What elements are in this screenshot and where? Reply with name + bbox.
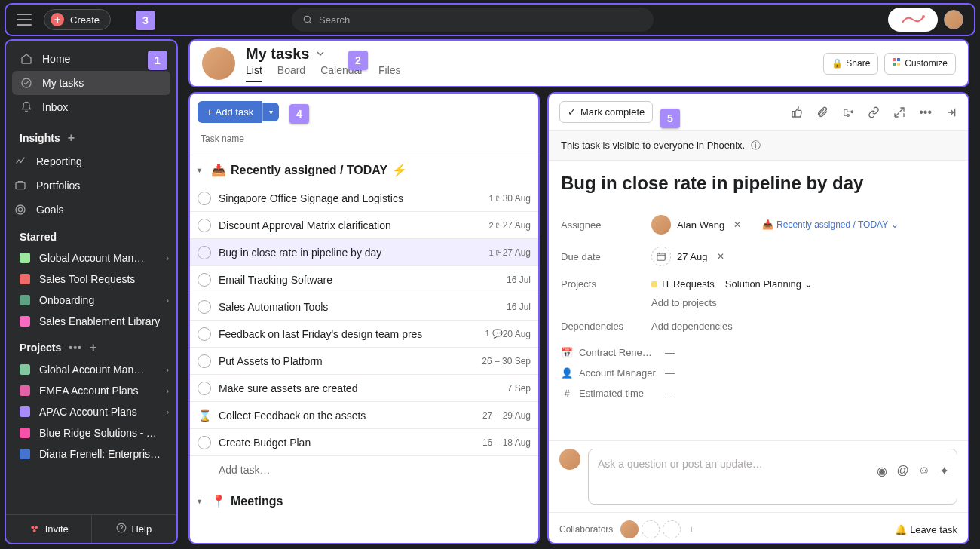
- nav-reporting[interactable]: Reporting: [6, 149, 176, 173]
- collapse-icon[interactable]: ▾: [198, 166, 207, 174]
- add-collaborator-plus[interactable]: +: [688, 524, 694, 535]
- svg-point-15: [847, 114, 850, 116]
- complete-checkbox[interactable]: [198, 436, 211, 449]
- due-date-chip[interactable]: 27 Aug: [651, 247, 708, 266]
- expand-icon[interactable]: [893, 106, 905, 119]
- complete-checkbox[interactable]: [198, 273, 211, 287]
- collaborator-avatar[interactable]: [620, 520, 639, 538]
- plus-icon[interactable]: +: [68, 131, 75, 145]
- sidebar-project-item[interactable]: Diana Frenell: Enterprise…: [6, 443, 176, 465]
- add-collaborator[interactable]: [642, 520, 660, 538]
- more-icon[interactable]: •••: [919, 106, 932, 119]
- customize-button[interactable]: Customize: [884, 53, 956, 75]
- mark-complete-button[interactable]: ✓Mark complete: [559, 101, 653, 123]
- task-row[interactable]: ⌛Collect Feedback on the assets27 – 29 A…: [190, 402, 538, 429]
- sidebar-project-item[interactable]: APAC Account Plans›: [6, 401, 176, 422]
- add-task-dropdown[interactable]: ▾: [262, 103, 279, 121]
- task-row[interactable]: Singapore Office Signage and Logistics13…: [190, 185, 538, 212]
- task-row[interactable]: Email Tracking Software16 Jul: [190, 266, 538, 293]
- svg-point-7: [35, 526, 38, 529]
- close-panel-icon[interactable]: [945, 106, 957, 119]
- subtask-icon[interactable]: [842, 106, 854, 119]
- sidebar-project-item[interactable]: Onboarding›: [6, 290, 176, 311]
- task-row[interactable]: Discount Approval Matrix clarification22…: [190, 212, 538, 239]
- create-button[interactable]: + Create: [44, 9, 111, 30]
- mention-icon[interactable]: @: [896, 464, 908, 478]
- tab-files[interactable]: Files: [378, 64, 401, 82]
- nav-home[interactable]: Home: [12, 47, 170, 71]
- nav-inbox[interactable]: Inbox: [12, 95, 170, 119]
- record-icon[interactable]: ◉: [877, 464, 887, 478]
- tab-board[interactable]: Board: [277, 64, 305, 82]
- svg-rect-16: [657, 253, 666, 260]
- page-title[interactable]: My tasks: [246, 45, 401, 63]
- task-title[interactable]: Bug in close rate in pipeline by day: [561, 173, 956, 194]
- custom-field-row[interactable]: #Estimated time—: [561, 383, 956, 403]
- task-section-header[interactable]: ▾📍Meetings: [190, 483, 538, 516]
- nav-goals[interactable]: Goals: [6, 198, 176, 222]
- user-avatar[interactable]: [944, 10, 963, 29]
- task-row[interactable]: Make sure assets are created7 Sep: [190, 375, 538, 402]
- sidebar-project-item[interactable]: Blue Ridge Solutions - A…: [6, 422, 176, 443]
- upgrade-pill[interactable]: [888, 8, 938, 32]
- header-avatar[interactable]: [202, 47, 235, 80]
- complete-checkbox[interactable]: [198, 192, 211, 205]
- projects-header[interactable]: Projects ••• +: [6, 332, 176, 359]
- nav-portfolios[interactable]: Portfolios: [6, 173, 176, 198]
- custom-field-row[interactable]: 👤Account Manager—: [561, 363, 956, 383]
- add-to-projects-button[interactable]: Add to projects: [651, 297, 717, 308]
- link-icon[interactable]: [868, 106, 880, 119]
- complete-checkbox[interactable]: [198, 219, 211, 232]
- task-row[interactable]: Sales Automation Tools16 Jul: [190, 293, 538, 321]
- sidebar-project-item[interactable]: Sales Enablement Library: [6, 311, 176, 332]
- sidebar-project-item[interactable]: EMEA Account Plans›: [6, 380, 176, 401]
- insights-header[interactable]: Insights +: [6, 122, 176, 149]
- emoji-icon[interactable]: ☺: [918, 464, 930, 478]
- add-task-button[interactable]: +Add task: [198, 101, 262, 123]
- add-task-inline[interactable]: Add task…: [190, 456, 538, 483]
- project-color-icon: [20, 428, 30, 438]
- more-icon[interactable]: •••: [69, 342, 82, 354]
- nav-my-tasks[interactable]: My tasks: [12, 71, 170, 95]
- search-input[interactable]: Search: [292, 8, 654, 32]
- sidebar-project-item[interactable]: Global Account Man…›: [6, 359, 176, 380]
- share-button[interactable]: 🔒Share: [823, 53, 878, 75]
- sidebar-project-item[interactable]: Sales Tool Requests: [6, 268, 176, 290]
- complete-checkbox[interactable]: [198, 327, 211, 341]
- svg-point-4: [16, 205, 25, 214]
- task-row[interactable]: Feedback on last Friday's design team pr…: [190, 321, 538, 348]
- project-tag[interactable]: Solution Planning⌄: [725, 278, 813, 290]
- collapse-icon[interactable]: ▾: [198, 497, 207, 505]
- complete-checkbox[interactable]: [198, 300, 211, 314]
- menu-icon[interactable]: [17, 14, 32, 26]
- complete-checkbox[interactable]: [198, 382, 211, 395]
- leave-task-button[interactable]: 🔔Leave task: [895, 524, 957, 535]
- invite-button[interactable]: Invite: [6, 515, 92, 543]
- task-row[interactable]: Put Assets to Platform26 – 30 Sep: [190, 348, 538, 375]
- complete-checkbox[interactable]: [198, 354, 211, 368]
- task-row[interactable]: Create Budget Plan16 – 18 Aug: [190, 429, 538, 456]
- tab-list[interactable]: List: [246, 64, 262, 82]
- info-icon[interactable]: ⓘ: [751, 140, 761, 151]
- assignee-chip[interactable]: Alan Wang: [651, 215, 724, 235]
- starred-header[interactable]: Starred: [6, 222, 176, 247]
- check-icon: [20, 76, 33, 90]
- project-tag[interactable]: IT Requests: [651, 278, 715, 290]
- complete-checkbox[interactable]: [198, 246, 211, 259]
- custom-field-row[interactable]: 📅Contract Renew…—: [561, 342, 956, 363]
- like-icon[interactable]: [791, 106, 803, 119]
- clear-assignee-icon[interactable]: ✕: [730, 218, 744, 232]
- section-picker[interactable]: 📥Recently assigned / TODAY⌄: [762, 219, 899, 230]
- project-color-icon: [20, 449, 30, 459]
- attachment-icon[interactable]: [816, 106, 828, 119]
- sidebar-project-item[interactable]: Global Account Man…›: [6, 247, 176, 268]
- clear-date-icon[interactable]: ✕: [714, 250, 727, 263]
- plus-icon[interactable]: +: [90, 341, 96, 354]
- task-row[interactable]: Bug in close rate in pipeline by day127 …: [190, 239, 538, 266]
- add-dependencies-button[interactable]: Add dependencies: [651, 321, 733, 332]
- add-collaborator[interactable]: [663, 520, 681, 538]
- help-button[interactable]: Help: [92, 515, 177, 543]
- task-section-header[interactable]: ▾📥Recently assigned / TODAY⚡: [190, 152, 538, 185]
- star-icon[interactable]: ✦: [939, 464, 949, 478]
- comment-input[interactable]: Ask a question or post an update… ◉ @ ☺ …: [588, 449, 957, 505]
